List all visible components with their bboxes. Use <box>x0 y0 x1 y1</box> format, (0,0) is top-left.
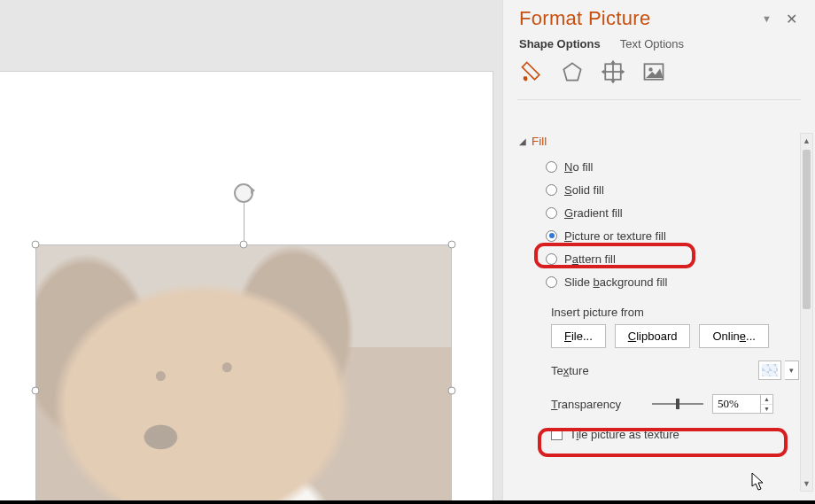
slider-thumb[interactable] <box>676 399 679 409</box>
tab-shape-options[interactable]: Shape Options <box>519 37 601 50</box>
fill-line-icon[interactable] <box>519 59 544 87</box>
texture-swatch-button[interactable] <box>758 361 781 380</box>
texture-dropdown-button[interactable]: ▾ <box>785 361 799 380</box>
collapse-triangle-icon: ◢ <box>519 136 526 146</box>
scroll-up-button[interactable]: ▲ <box>801 134 812 148</box>
resize-handle-tm[interactable] <box>240 241 248 249</box>
radio-label: Picture or texture fill <box>564 229 666 243</box>
radio-label: Slide background fill <box>564 275 667 289</box>
effects-icon[interactable] <box>560 59 585 87</box>
radio-icon <box>546 230 557 242</box>
transparency-input[interactable] <box>712 394 760 414</box>
texture-label: Texture <box>551 364 758 377</box>
bottom-border <box>0 500 815 504</box>
pane-options-dropdown[interactable]: ▼ <box>753 10 780 27</box>
file-button[interactable]: File... <box>551 324 606 348</box>
fill-radio-group: No fill Solid fill Gradient fill Picture… <box>546 155 799 293</box>
radio-picture-texture-fill[interactable]: Picture or texture fill <box>546 224 799 247</box>
transparency-slider[interactable] <box>652 398 703 410</box>
radio-icon <box>546 207 557 219</box>
radio-label: Pattern fill <box>564 252 616 266</box>
fill-section-label: Fill <box>532 135 547 148</box>
rotation-handle[interactable] <box>234 183 253 203</box>
radio-slide-background-fill[interactable]: Slide background fill <box>546 270 799 293</box>
radio-solid-fill[interactable]: Solid fill <box>546 178 799 201</box>
spinner-down[interactable]: ▼ <box>761 405 772 414</box>
fill-section-header[interactable]: ◢ Fill <box>519 135 799 148</box>
radio-icon <box>546 161 557 173</box>
radio-no-fill[interactable]: No fill <box>546 155 799 178</box>
online-button[interactable]: Online... <box>699 324 768 348</box>
pane-scrollbar[interactable]: ▲ ▼ <box>800 133 813 492</box>
radio-icon <box>546 276 557 288</box>
size-properties-icon[interactable] <box>601 59 625 87</box>
slide-canvas[interactable] <box>0 71 493 504</box>
resize-handle-tr[interactable] <box>448 241 456 249</box>
transparency-row: Transparency ▲ ▼ <box>551 394 799 414</box>
scroll-thumb[interactable] <box>803 150 811 309</box>
pane-close-button[interactable]: ✕ <box>780 9 803 29</box>
tile-picture-label: Tile picture as texture <box>570 428 679 441</box>
svg-point-9 <box>648 67 652 71</box>
insert-picture-from-label: Insert picture from <box>551 306 799 319</box>
texture-row: Texture ▾ <box>551 361 799 380</box>
radio-label: No fill <box>564 160 594 174</box>
radio-gradient-fill[interactable]: Gradient fill <box>546 201 799 224</box>
resize-handle-ml[interactable] <box>32 387 40 395</box>
radio-icon <box>546 253 557 265</box>
svg-marker-6 <box>602 69 605 74</box>
radio-label: Solid fill <box>564 183 604 197</box>
spinner-up[interactable]: ▲ <box>761 395 772 405</box>
tab-text-options[interactable]: Text Options <box>620 37 684 50</box>
clipboard-button[interactable]: Clipboard <box>615 324 691 348</box>
category-icons <box>503 58 815 99</box>
tile-picture-checkbox-row[interactable]: Tile picture as texture <box>551 428 799 441</box>
rotation-stem <box>244 203 244 244</box>
picture-icon[interactable] <box>641 59 666 87</box>
resize-handle-mr[interactable] <box>448 387 456 395</box>
selected-picture[interactable] <box>35 244 452 504</box>
format-picture-pane: Format Picture ▼ ✕ Shape Options Text Op… <box>502 0 815 504</box>
transparency-spinner: ▲ ▼ <box>712 394 773 414</box>
option-tabs: Shape Options Text Options <box>503 32 815 58</box>
checkbox-icon <box>551 429 563 440</box>
pane-title: Format Picture <box>519 7 753 30</box>
transparency-label: Transparency <box>551 398 643 411</box>
scroll-down-button[interactable]: ▼ <box>801 477 812 491</box>
radio-icon <box>546 184 557 196</box>
svg-marker-7 <box>622 69 625 74</box>
insert-buttons: File... Clipboard Online... <box>551 324 799 348</box>
svg-marker-5 <box>610 81 615 84</box>
radio-pattern-fill[interactable]: Pattern fill <box>546 247 799 270</box>
transparency-overlay <box>36 245 451 504</box>
divider <box>517 99 801 100</box>
pane-scroll-area: ◢ Fill No fill Solid fill Gradient fill … <box>503 129 799 504</box>
svg-marker-0 <box>563 63 580 80</box>
svg-marker-4 <box>610 60 615 64</box>
resize-handle-tl[interactable] <box>32 241 40 249</box>
radio-label: Gradient fill <box>564 206 623 220</box>
